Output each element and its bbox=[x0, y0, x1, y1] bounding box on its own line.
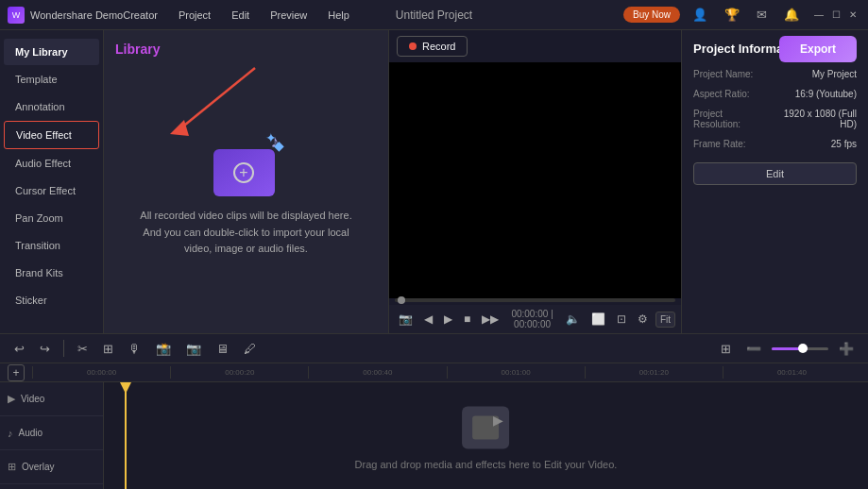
timeline: + 00:00:00 00:00:20 00:00:40 00:01:00 00… bbox=[0, 363, 868, 489]
timeline-ruler: + 00:00:00 00:00:20 00:00:40 00:01:00 00… bbox=[0, 363, 868, 382]
zoom-fit-button[interactable]: ⊞ bbox=[716, 340, 736, 358]
zoom-in-button[interactable]: ➕ bbox=[834, 340, 859, 358]
volume-icon[interactable]: 🔈 bbox=[562, 311, 584, 328]
overlay-track-icon: ⊞ bbox=[8, 461, 16, 473]
audio-track-icon: ♪ bbox=[8, 428, 13, 439]
time-display: 00:00:00 | 00:00:00 bbox=[506, 309, 558, 329]
menu-edit[interactable]: Edit bbox=[222, 6, 259, 25]
undo-button[interactable]: ↩ bbox=[9, 340, 29, 358]
framerate-row: Frame Rate: 25 fps bbox=[693, 139, 857, 149]
user-icon[interactable]: 👤 bbox=[688, 6, 712, 24]
ruler-mark-1: 00:00:20 bbox=[170, 366, 308, 379]
screenshot-tool-button[interactable]: 📸 bbox=[151, 340, 176, 358]
scrubber-bar[interactable] bbox=[395, 298, 675, 302]
record-audio-button[interactable]: 🎙 bbox=[124, 340, 145, 358]
library-empty-icon: + ♪ ✦ ◆ bbox=[209, 130, 284, 196]
minimize-button[interactable]: — bbox=[811, 8, 826, 23]
stop-icon[interactable]: ■ bbox=[460, 311, 474, 328]
preview-toolbar: Record bbox=[389, 30, 681, 62]
video-track-icon: ▶ bbox=[8, 393, 15, 405]
sidebar-item-my-library[interactable]: My Library bbox=[4, 39, 99, 65]
project-name-row: Project Name: My Project bbox=[693, 69, 857, 79]
play-icon[interactable]: ▶ bbox=[440, 311, 456, 328]
redo-button[interactable]: ↪ bbox=[35, 340, 55, 358]
timeline-drop-zone: ▶ Drag and drop media and effects here t… bbox=[355, 406, 618, 469]
audio-track-name: Audio bbox=[19, 428, 43, 438]
sidebar-item-annotation[interactable]: Annotation bbox=[4, 93, 99, 120]
timeline-content: ▶ Drag and drop media and effects here t… bbox=[104, 382, 868, 489]
resolution-value: 1920 x 1080 (Full HD) bbox=[769, 109, 857, 129]
library-header: Library bbox=[115, 42, 377, 57]
secondary-toolbar: ↩ ↪ ✂ ⊞ 🎙 📸 📷 🖥 🖊 ⊞ ➖ ➕ bbox=[0, 333, 868, 363]
sidebar-item-template[interactable]: Template bbox=[4, 66, 99, 93]
play-prev-icon[interactable]: ◀ bbox=[420, 311, 436, 328]
title-bar: W Wondershare DemoCreator Project Edit P… bbox=[0, 0, 868, 30]
aspect-ratio-label: Aspect Ratio: bbox=[693, 89, 749, 99]
zoom-slider[interactable] bbox=[772, 347, 828, 350]
scrubber-thumb[interactable] bbox=[398, 296, 405, 304]
sidebar-item-audio-effect[interactable]: Audio Effect bbox=[4, 150, 99, 177]
menu-help[interactable]: Help bbox=[318, 6, 359, 25]
settings-icon[interactable]: ⚙ bbox=[634, 311, 652, 328]
fit-dropdown[interactable]: Fit bbox=[655, 312, 675, 328]
sidebar-item-brand-kits[interactable]: Brand Kits bbox=[4, 260, 99, 286]
app-logo-icon: W bbox=[8, 7, 25, 24]
crop-icon[interactable]: ⊡ bbox=[613, 311, 630, 328]
maximize-button[interactable]: ☐ bbox=[828, 8, 843, 23]
play-next-icon[interactable]: ▶▶ bbox=[478, 311, 502, 328]
preview-video-area bbox=[389, 62, 681, 298]
add-track-button[interactable]: + bbox=[8, 364, 25, 381]
ruler-mark-5: 00:01:40 bbox=[723, 366, 860, 379]
sidebar: My Library Template Annotation Video Eff… bbox=[0, 30, 104, 333]
sidebar-item-transition[interactable]: Transition bbox=[4, 232, 99, 259]
trim-tool-button[interactable]: ⊞ bbox=[98, 340, 118, 358]
zoom-out-button[interactable]: ➖ bbox=[741, 340, 766, 358]
buy-now-button[interactable]: Buy Now bbox=[623, 7, 680, 23]
app-name: Wondershare DemoCreator bbox=[30, 9, 158, 21]
message-icon[interactable]: ✉ bbox=[752, 6, 772, 24]
ruler-mark-3: 00:01:00 bbox=[447, 366, 585, 379]
playhead-marker bbox=[120, 382, 131, 394]
record-button[interactable]: Record bbox=[397, 36, 468, 57]
aspect-ratio-row: Aspect Ratio: 16:9 (Youtube) bbox=[693, 89, 857, 99]
annotation-tool-button[interactable]: 🖊 bbox=[239, 340, 261, 358]
track-labels: ▶ Video ♪ Audio ⊞ Overlay bbox=[0, 382, 104, 489]
sidebar-item-video-effect[interactable]: Video Effect bbox=[4, 121, 99, 149]
aspect-ratio-value: 16:9 (Youtube) bbox=[795, 89, 857, 99]
video-track-name: Video bbox=[21, 394, 44, 404]
sidebar-item-cursor-effect[interactable]: Cursor Effect bbox=[4, 177, 99, 204]
record-dot-icon bbox=[409, 42, 417, 50]
window-title: Untitled Project bbox=[396, 8, 472, 22]
main-layout: My Library Template Annotation Video Eff… bbox=[0, 30, 868, 333]
edit-project-button[interactable]: Edit bbox=[693, 162, 857, 185]
split-tool-button[interactable]: ✂ bbox=[73, 340, 93, 358]
project-name-label: Project Name: bbox=[693, 69, 753, 79]
zoom-controls: ⊞ ➖ ➕ bbox=[716, 340, 859, 358]
drop-media-icon: ▶ bbox=[462, 406, 509, 448]
notification-icon[interactable]: 🔔 bbox=[779, 6, 804, 24]
library-title: Library bbox=[115, 42, 160, 57]
overlay-track-name: Overlay bbox=[22, 462, 54, 472]
sidebar-item-pan-zoom[interactable]: Pan Zoom bbox=[4, 205, 99, 231]
project-name-value: My Project bbox=[812, 69, 857, 79]
ruler-mark-4: 00:01:20 bbox=[585, 366, 723, 379]
community-icon[interactable]: 🏆 bbox=[720, 6, 744, 24]
project-info-panel: Project Information Project Name: My Pro… bbox=[681, 30, 868, 333]
library-panel: Library + ♪ ✦ ◆ All recorded video clips… bbox=[104, 30, 388, 333]
sidebar-item-sticker[interactable]: Sticker bbox=[4, 287, 99, 313]
menu-project[interactable]: Project bbox=[169, 6, 220, 25]
menu-preview[interactable]: Preview bbox=[261, 6, 316, 25]
camera-button[interactable]: 📷 bbox=[181, 340, 206, 358]
export-button[interactable]: Export bbox=[779, 36, 857, 62]
ruler-mark-2: 00:00:40 bbox=[308, 366, 446, 379]
ruler-marks: 00:00:00 00:00:20 00:00:40 00:01:00 00:0… bbox=[32, 366, 860, 379]
timeline-tracks: ▶ Video ♪ Audio ⊞ Overlay ▶ Drag and dro… bbox=[0, 382, 868, 489]
title-bar-right: Buy Now 👤 🏆 ✉ 🔔 — ☐ ✕ bbox=[623, 6, 860, 24]
close-button[interactable]: ✕ bbox=[845, 8, 860, 23]
screenshot-icon[interactable]: 📷 bbox=[395, 311, 417, 328]
library-empty-text: All recorded video clips will be display… bbox=[140, 208, 351, 258]
track-label-overlay: ⊞ Overlay bbox=[0, 450, 103, 484]
zoom-slider-thumb[interactable] bbox=[798, 344, 808, 353]
screen-record-button[interactable]: 🖥 bbox=[212, 340, 233, 358]
fullscreen-icon[interactable]: ⬜ bbox=[587, 311, 609, 328]
